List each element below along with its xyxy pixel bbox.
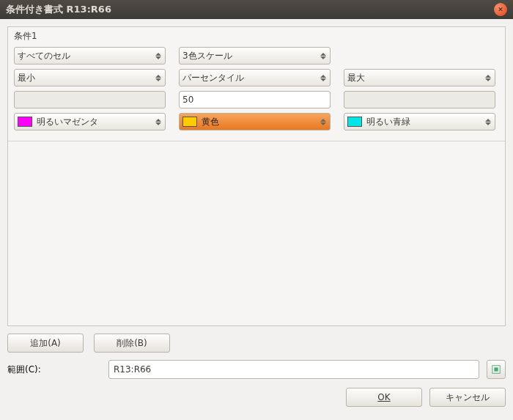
min-mode-value: 最小: [18, 72, 35, 84]
conditions-list: 条件1 すべてのセル 3色スケール: [7, 26, 506, 326]
max-color-combo[interactable]: 明るい青緑: [344, 113, 495, 130]
cancel-button[interactable]: キャンセル: [429, 388, 506, 407]
max-value-input: [344, 91, 495, 108]
mid-value-field[interactable]: [182, 95, 327, 105]
range-field[interactable]: [114, 364, 474, 375]
mid-color-name: 黄色: [202, 116, 219, 128]
min-mode-combo[interactable]: 最小: [14, 69, 166, 86]
max-mode-value: 最大: [347, 72, 365, 84]
min-value-input: [14, 91, 166, 108]
window-title: 条件付き書式 R13:R66: [6, 3, 494, 16]
apply-to-combo[interactable]: すべてのセル: [14, 47, 166, 65]
scale-type-value: 3色スケール: [182, 50, 232, 62]
list-buttons: 追加(A) 削除(B): [7, 334, 506, 353]
spinner-icon: [318, 71, 328, 84]
min-color-name: 明るいマゼンタ: [37, 116, 98, 128]
spinner-icon: [153, 49, 163, 62]
close-icon[interactable]: ✕: [494, 3, 507, 16]
range-label: 範囲(C):: [7, 364, 101, 376]
titlebar: 条件付き書式 R13:R66 ✕: [0, 0, 513, 19]
spinner-icon: [483, 71, 493, 84]
max-mode-combo[interactable]: 最大: [344, 69, 495, 86]
condition-1: 条件1 すべてのセル 3色スケール: [8, 27, 505, 141]
condition-title: 条件1: [8, 27, 505, 44]
mid-mode-value: パーセンタイル: [182, 72, 244, 84]
footer-buttons: OK キャンセル: [7, 388, 506, 407]
shrink-icon: [491, 364, 501, 375]
spinner-icon: [483, 115, 493, 128]
spinner-icon: [153, 71, 163, 84]
svg-rect-1: [494, 367, 498, 371]
mid-color-combo[interactable]: 黄色: [179, 113, 331, 130]
color-swatch-icon: [347, 117, 362, 127]
range-shrink-button[interactable]: [487, 360, 506, 379]
range-input[interactable]: [108, 360, 479, 379]
max-color-name: 明るい青緑: [366, 116, 410, 128]
color-swatch-icon: [182, 117, 197, 127]
spinner-icon: [318, 115, 328, 128]
min-color-combo[interactable]: 明るいマゼンタ: [14, 113, 166, 130]
range-row: 範囲(C):: [7, 360, 506, 379]
spinner-icon: [153, 115, 163, 128]
mid-value-input[interactable]: [179, 91, 331, 108]
color-swatch-icon: [18, 117, 32, 127]
mid-mode-combo[interactable]: パーセンタイル: [179, 69, 331, 86]
dialog-body: 条件1 すべてのセル 3色スケール: [0, 19, 513, 414]
delete-button[interactable]: 削除(B): [94, 334, 170, 353]
spinner-icon: [318, 49, 328, 62]
scale-type-combo[interactable]: 3色スケール: [179, 47, 331, 65]
apply-to-value: すべてのセル: [18, 50, 70, 62]
add-button[interactable]: 追加(A): [7, 334, 84, 353]
ok-button[interactable]: OK: [346, 388, 422, 407]
